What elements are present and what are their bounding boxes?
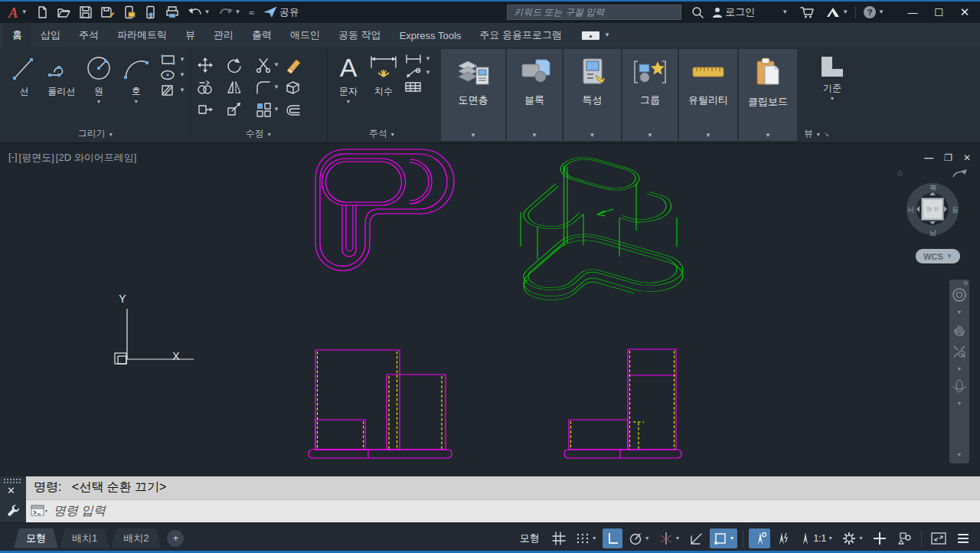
viewcube-arrow-left[interactable] <box>916 206 920 212</box>
chevron-down-icon[interactable]: ▼ <box>782 9 788 15</box>
chevron-down-icon[interactable]: ▼ <box>235 9 241 15</box>
chevron-down-icon[interactable]: ▼ <box>730 535 735 541</box>
app-menu-button[interactable]: A ▼ <box>5 4 30 21</box>
layout-tab-1[interactable]: 배치1 <box>60 528 109 548</box>
tab-addins[interactable]: 애드인 <box>281 23 329 47</box>
chevron-down-icon[interactable]: ▼ <box>675 535 681 541</box>
chevron-down-icon[interactable]: ▼ <box>346 99 351 104</box>
viewcube-home-icon[interactable]: ⌂ <box>897 168 903 177</box>
chevron-down-icon[interactable]: ▼ <box>204 9 211 15</box>
chevron-down-icon[interactable]: ▼ <box>858 535 864 541</box>
ortho-toggle[interactable] <box>603 528 622 548</box>
compass-east-label[interactable]: 동 <box>952 205 959 215</box>
drag-grip-icon[interactable] <box>4 479 22 483</box>
leader-icon[interactable] <box>404 67 423 78</box>
tab-collaborate[interactable]: 공동 작업 <box>329 23 390 47</box>
tab-insert[interactable]: 삽입 <box>31 23 70 47</box>
viewcube-rotate-icon[interactable] <box>951 166 968 180</box>
new-file-button[interactable] <box>33 4 51 21</box>
annotation-autoscale-toggle[interactable] <box>773 528 794 548</box>
chevron-down-icon[interactable]: ▼ <box>592 535 597 541</box>
maximize-button[interactable]: ☐ <box>928 7 949 18</box>
stretch-tool[interactable] <box>197 101 214 118</box>
grid-toggle[interactable] <box>548 528 570 548</box>
snap-toggle[interactable]: ▼ <box>572 528 600 548</box>
tab-annotate[interactable]: 주석 <box>70 23 108 47</box>
offset-tool[interactable] <box>284 101 302 118</box>
sign-in-button[interactable]: 로그인 <box>709 4 757 21</box>
layout-tab-2[interactable]: 배치2 <box>111 528 161 548</box>
tab-output[interactable]: 출력 <box>243 23 281 47</box>
tab-home[interactable]: 홈 <box>3 23 31 47</box>
object-snap-tracking-toggle[interactable] <box>686 528 707 548</box>
text-tool[interactable]: A 문자 ▼ <box>332 52 364 104</box>
open-file-button[interactable] <box>54 4 74 21</box>
polar-tracking-toggle[interactable]: ▼ <box>625 528 653 548</box>
rotate-tool[interactable] <box>226 57 243 74</box>
tab-manage[interactable]: 관리 <box>204 23 243 47</box>
autodesk-app-button[interactable]: ▼ <box>823 5 851 20</box>
chevron-down-icon[interactable]: ▼ <box>273 62 279 68</box>
drawing-area[interactable]: Y X [-] [평면도] [2D 와이어프레임] — ❐ ✕ ⌂ 북 남 서 … <box>0 142 980 476</box>
isolate-objects-button[interactable] <box>893 528 916 548</box>
tab-featured-apps[interactable]: 주요 응용프로그램 <box>470 23 571 47</box>
wcs-dropdown[interactable]: WCS ▼ <box>916 249 960 263</box>
clipboard-panel[interactable]: 클립보드 ▼ <box>739 49 797 141</box>
circle-tool[interactable]: 원 ▼ <box>81 52 117 104</box>
drawing-minimize-button[interactable]: — <box>924 152 933 163</box>
new-layout-button[interactable]: + <box>167 530 184 547</box>
chevron-down-icon[interactable]: ▼ <box>133 99 139 104</box>
open-from-mobile-button[interactable] <box>120 4 139 21</box>
close-button[interactable]: ✕ <box>954 5 975 19</box>
panel-launcher-icon[interactable]: ↘ <box>824 130 830 138</box>
isometric-drafting-toggle[interactable]: ▼ <box>655 528 684 548</box>
table-icon[interactable] <box>404 81 423 93</box>
chevron-down-icon[interactable]: ▼ <box>957 401 962 406</box>
viewcube-arrow-right[interactable] <box>944 206 947 212</box>
compass-south-label[interactable]: 남 <box>929 228 936 238</box>
undo-button[interactable]: ▼ <box>185 5 213 20</box>
annotation-scale-button[interactable]: 1:1▼ <box>796 528 836 548</box>
drawing-close-button[interactable]: ✕ <box>963 152 971 163</box>
navigation-wheel-icon[interactable] <box>952 287 967 303</box>
array-tool[interactable]: ▼ <box>255 101 279 118</box>
chevron-down-icon[interactable]: ▼ <box>828 535 833 541</box>
dimension-tool[interactable]: 치수 <box>366 52 401 98</box>
chevron-down-icon[interactable]: ▼ <box>531 132 537 139</box>
chevron-down-icon[interactable]: ▼ <box>647 132 653 139</box>
rectangle-tool-icon[interactable] <box>160 54 177 66</box>
block-panel[interactable]: 블록 ▼ <box>507 49 562 141</box>
chevron-down-icon[interactable]: ▼ <box>705 132 711 139</box>
search-input[interactable] <box>512 6 676 18</box>
layers-panel[interactable]: 도면층 ▼ <box>441 49 505 141</box>
chevron-down-icon[interactable]: ▼ <box>96 99 101 104</box>
move-tool[interactable] <box>197 57 214 74</box>
linear-dimension-icon[interactable] <box>404 54 423 64</box>
search-icon[interactable] <box>691 5 704 19</box>
status-menu-button[interactable] <box>952 528 974 548</box>
line-tool[interactable]: 선 <box>6 52 42 98</box>
minimize-button[interactable]: — <box>902 7 923 18</box>
hatch-tool-icon[interactable] <box>160 84 177 97</box>
tab-express-tools[interactable]: Express Tools <box>390 23 471 47</box>
navbar-options-icon[interactable] <box>964 281 968 285</box>
orbit-icon[interactable] <box>952 378 967 394</box>
viewcube-top-face[interactable]: 맨 위 <box>922 198 943 220</box>
chevron-down-icon[interactable]: ▼ <box>179 87 185 93</box>
chevron-down-icon[interactable]: ▼ <box>830 96 835 101</box>
chevron-down-icon[interactable]: ▼ <box>957 309 962 315</box>
chevron-down-icon[interactable]: ▼ <box>273 106 279 113</box>
polyline-tool[interactable]: 폴리선 <box>44 52 80 98</box>
draw-panel-label[interactable]: 그리기 ▼ <box>2 127 190 140</box>
chevron-down-icon[interactable]: ▼ <box>425 56 431 62</box>
modify-panel-label[interactable]: 수정 ▼ <box>191 127 327 140</box>
redo-button[interactable]: ▼ <box>216 5 243 20</box>
save-button[interactable] <box>77 4 95 21</box>
scale-tool[interactable] <box>226 101 243 118</box>
ellipse-tool-icon[interactable] <box>160 69 177 81</box>
object-snap-toggle[interactable]: ▼ <box>710 528 738 548</box>
viewport-visualstyle-control[interactable]: [2D 와이어프레임] <box>55 151 137 165</box>
customize-quick-access-button[interactable]: ≂ <box>246 7 256 18</box>
chevron-down-icon[interactable]: ▼ <box>604 32 610 38</box>
tab-parametric[interactable]: 파라메트릭 <box>108 23 176 47</box>
